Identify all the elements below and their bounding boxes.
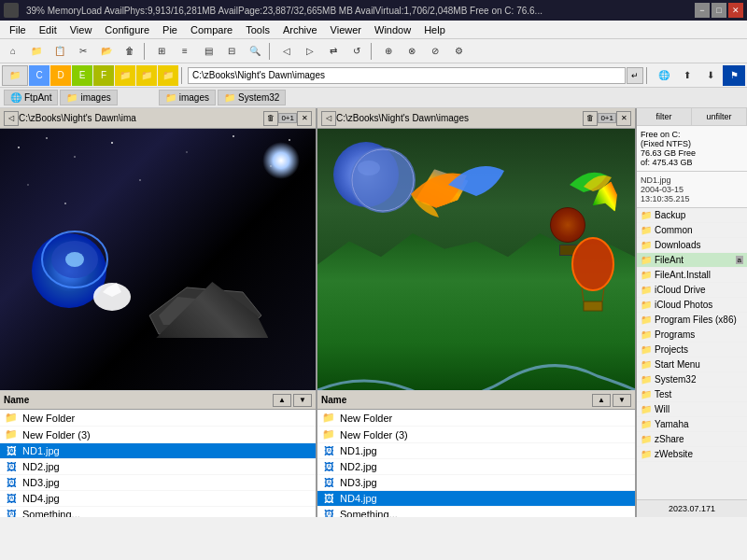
right-close-btn[interactable]: ✕ — [616, 111, 631, 126]
menu-pie[interactable]: Pie — [157, 22, 183, 37]
sidebar-date: 2023.07.171 — [637, 499, 747, 517]
tb2-6[interactable]: 📁 — [115, 65, 135, 86]
right-delete-btn[interactable]: 🗑 — [583, 111, 598, 126]
tb-newdir[interactable]: 📂 — [95, 41, 118, 62]
tb-copy[interactable]: 📋 — [49, 41, 71, 62]
tb-comp2[interactable]: ⊗ — [401, 41, 423, 62]
left-nav-prev[interactable]: ◁ — [4, 111, 19, 126]
right-item-more[interactable]: 🖼 Something... — [317, 507, 635, 517]
tb-filter[interactable]: ⊟ — [220, 41, 243, 62]
menu-view[interactable]: View — [64, 22, 98, 37]
left-scroll-up[interactable]: ▲ — [273, 394, 291, 407]
tb-grid[interactable]: ⊞ — [150, 41, 173, 62]
left-item-more[interactable]: 🖼 Something... — [0, 507, 316, 517]
menu-configure[interactable]: Configure — [99, 22, 155, 37]
path-input[interactable]: C:\zBooks\Night's Dawn\images — [188, 67, 626, 84]
tb-left[interactable]: ◁ — [275, 41, 298, 62]
tb-exchange[interactable]: ⇄ — [322, 41, 345, 62]
right-item-nd3[interactable]: 🖼 ND3.jpg — [317, 475, 635, 491]
tb-list[interactable]: ≡ — [174, 41, 196, 62]
filter-button[interactable]: filter — [637, 108, 692, 125]
left-item-nd4[interactable]: 🖼 ND4.jpg — [0, 491, 316, 507]
dir-backup[interactable]: 📁Backup — [637, 208, 747, 223]
tb2-net1[interactable]: 🌐 — [653, 65, 675, 86]
tb2-7[interactable]: 📁 — [136, 65, 157, 86]
tb2-1[interactable]: 📁 — [2, 65, 28, 86]
dir-zwebsite[interactable]: 📁zWebsite — [637, 447, 747, 462]
minimize-button[interactable]: − — [695, 3, 710, 18]
menu-file[interactable]: File — [4, 22, 32, 37]
tb2-4[interactable]: E — [72, 65, 92, 86]
tb-detail[interactable]: ▤ — [197, 41, 219, 62]
tb-home[interactable]: ⌂ — [2, 41, 24, 62]
tb2-5[interactable]: F — [93, 65, 114, 86]
close-button[interactable]: ✕ — [728, 3, 743, 18]
menu-edit[interactable]: Edit — [34, 22, 63, 37]
tb2-2[interactable]: C — [29, 65, 49, 86]
directory-list[interactable]: 📁Backup 📁Common 📁Downloads 📁FileAnt a 📁F… — [637, 208, 747, 499]
maximize-button[interactable]: □ — [712, 3, 726, 18]
menu-window[interactable]: Window — [369, 22, 416, 37]
dir-icloud-drive[interactable]: 📁iCloud Drive — [637, 283, 747, 298]
dir-projects[interactable]: 📁Projects — [637, 343, 747, 357]
dir-fileant[interactable]: 📁FileAnt a — [637, 253, 747, 268]
tb-move[interactable]: ✂ — [72, 41, 94, 62]
left-file-list[interactable]: Name ▲ ▼ 📁 New Folder 📁 New Folder (3) 🖼… — [0, 390, 316, 517]
unfilter-button[interactable]: unfilter — [692, 108, 747, 125]
tb2-net4[interactable]: ⚑ — [723, 65, 745, 86]
tb2-net2[interactable]: ⬆ — [676, 65, 698, 86]
dir-icon-fileant-install: 📁 — [641, 270, 652, 280]
bc-system32[interactable]: 📁 System32 — [218, 90, 286, 105]
dir-will[interactable]: 📁Will — [637, 402, 747, 417]
dir-start-menu[interactable]: 📁Start Menu — [637, 357, 747, 372]
right-scroll-dn[interactable]: ▼ — [613, 394, 631, 407]
tb-sync[interactable]: ↺ — [345, 41, 368, 62]
go-button[interactable]: ↵ — [627, 67, 643, 84]
tb2-8[interactable]: 📁 — [158, 65, 178, 86]
left-scroll-dn[interactable]: ▼ — [293, 394, 312, 407]
right-nav-prev[interactable]: ◁ — [321, 111, 336, 126]
dir-program-files-x86[interactable]: 📁Program Files (x86) — [637, 313, 747, 328]
right-item-newfolder3[interactable]: 📁 New Folder (3) — [317, 427, 635, 443]
menu-viewer[interactable]: Viewer — [325, 22, 367, 37]
left-delete-btn[interactable]: 🗑 — [263, 111, 278, 126]
left-item-nd2[interactable]: 🖼 ND2.jpg — [0, 459, 316, 475]
right-scroll-up[interactable]: ▲ — [592, 394, 611, 407]
dir-downloads[interactable]: 📁Downloads — [637, 238, 747, 253]
right-item-nd1[interactable]: 🖼 ND1.jpg — [317, 443, 635, 459]
dir-test[interactable]: 📁Test — [637, 387, 747, 402]
dir-fileant-install[interactable]: 📁FileAnt.Install — [637, 268, 747, 283]
menu-tools[interactable]: Tools — [240, 22, 275, 37]
left-item-newfolder1[interactable]: 📁 New Folder — [0, 410, 316, 427]
tb-search[interactable]: 🔍 — [244, 41, 266, 62]
dir-programs[interactable]: 📁Programs — [637, 328, 747, 343]
tb2-net3[interactable]: ⬇ — [699, 65, 722, 86]
dir-system32[interactable]: 📁System32 — [637, 372, 747, 387]
tb-comp1[interactable]: ⊕ — [377, 41, 400, 62]
dir-yamaha[interactable]: 📁Yamaha — [637, 417, 747, 432]
dir-icloud-photos[interactable]: 📁iCloud Photos — [637, 298, 747, 313]
right-item-newfolder1[interactable]: 📁 New Folder — [317, 410, 635, 427]
right-file-list[interactable]: Name ▲ ▼ 📁 New Folder 📁 New Folder (3) 🖼… — [317, 390, 635, 517]
dir-icon-pfx86: 📁 — [641, 315, 652, 325]
bc-images-right[interactable]: 📁 images — [159, 90, 216, 105]
left-item-newfolder3[interactable]: 📁 New Folder (3) — [0, 427, 316, 443]
tb-comp3[interactable]: ⊘ — [424, 41, 446, 62]
menu-compare[interactable]: Compare — [185, 22, 238, 37]
right-item-nd4[interactable]: 🖼 ND4.jpg — [317, 491, 635, 507]
left-item-nd3[interactable]: 🖼 ND3.jpg — [0, 475, 316, 491]
tb-right[interactable]: ▷ — [299, 41, 321, 62]
tb-delete[interactable]: 🗑 — [119, 41, 141, 62]
menu-help[interactable]: Help — [418, 22, 451, 37]
right-item-nd2[interactable]: 🖼 ND2.jpg — [317, 459, 635, 475]
left-close-btn[interactable]: ✕ — [297, 111, 312, 126]
dir-zshare[interactable]: 📁zShare — [637, 432, 747, 447]
tb-folder[interactable]: 📁 — [25, 41, 48, 62]
tb2-3[interactable]: D — [50, 65, 71, 86]
menu-archive[interactable]: Archive — [277, 22, 323, 37]
bc-images-left[interactable]: 📁 images — [60, 90, 117, 105]
dir-common[interactable]: 📁Common — [637, 223, 747, 238]
bc-ftpant[interactable]: 🌐 FtpAnt — [4, 90, 58, 105]
tb-config[interactable]: ⚙ — [447, 41, 470, 62]
left-item-nd1[interactable]: 🖼 ND1.jpg — [0, 443, 316, 459]
